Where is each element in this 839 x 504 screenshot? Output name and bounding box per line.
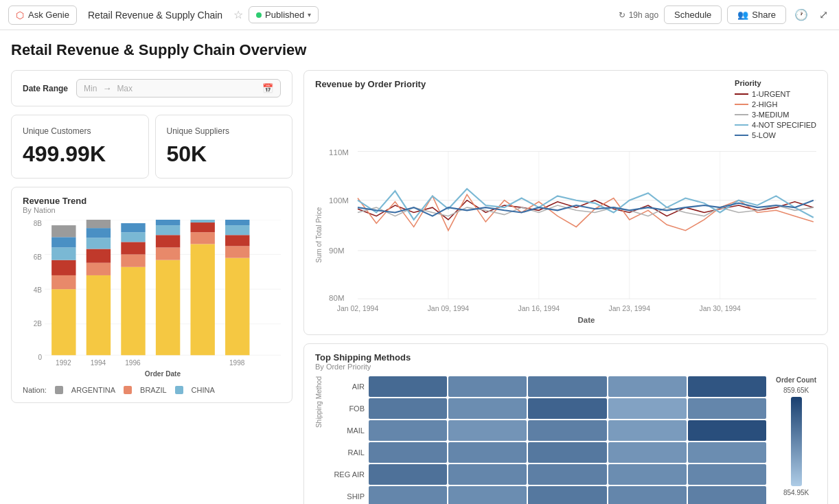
not-specified-label: 4-NOT SPECIFIED [752, 121, 816, 129]
refresh-info[interactable]: ↻ 19h ago [619, 10, 658, 20]
heatmap-cell [528, 420, 606, 441]
heatmap-cell [608, 464, 687, 485]
heatmap-cell [608, 442, 687, 463]
svg-text:Jan 30, 1994: Jan 30, 1994 [699, 305, 741, 312]
heatmap-y-regair: REG AIR [329, 464, 365, 485]
heatmap-cell [688, 420, 766, 441]
svg-rect-17 [121, 267, 145, 355]
svg-rect-32 [225, 246, 249, 257]
published-badge[interactable]: Published ▾ [249, 6, 319, 23]
svg-text:Jan 02, 1994: Jan 02, 1994 [337, 305, 379, 312]
legend-title: Priority [735, 79, 816, 87]
heatmap-cell [369, 486, 447, 504]
svg-rect-6 [51, 275, 76, 289]
left-panel: Date Range Min → Max 📅 Unique Customers … [11, 70, 292, 504]
svg-text:Jan 16, 1994: Jan 16, 1994 [518, 305, 560, 312]
heatmap-y-axis-label: Shipping Method [315, 376, 325, 431]
heatmap-cell [688, 398, 766, 419]
nation-legend: Nation: ARGENTINA BRAZIL CHINA [23, 386, 281, 394]
svg-rect-24 [156, 235, 180, 247]
svg-rect-33 [225, 235, 249, 246]
svg-rect-35 [225, 220, 249, 225]
heatmap-cell [448, 464, 527, 485]
heatmap-cell [608, 398, 687, 419]
bar-chart-area: 1992 1994 1996 1998 Order Date Revenue [45, 220, 281, 382]
heatmap-grid [369, 376, 766, 504]
svg-rect-14 [87, 238, 111, 249]
share-icon: 👥 [737, 10, 748, 20]
status-dot [256, 12, 262, 18]
top-navigation: ⬡ Ask Genie Retail Revenue & Supply Chai… [0, 0, 839, 30]
heatmap-cell [608, 486, 687, 504]
legend-title: Order Count [776, 376, 816, 384]
y-axis-labels: 8B 6B 4B 2B 0 [23, 220, 42, 382]
share-button[interactable]: 👥 Share [727, 5, 786, 24]
svg-text:Jan 23, 1994: Jan 23, 1994 [608, 305, 650, 312]
date-max-text: Max [117, 84, 133, 93]
svg-rect-28 [190, 232, 214, 244]
svg-text:1994: 1994 [91, 359, 106, 367]
history-icon[interactable]: 🕐 [792, 5, 811, 24]
heatmap-cell [448, 420, 527, 441]
medium-line-icon [735, 114, 748, 115]
date-range-input[interactable]: Min → Max 📅 [76, 79, 281, 98]
heatmap-cell [369, 398, 447, 419]
ask-genie-button[interactable]: ⬡ Ask Genie [8, 5, 77, 25]
legend-item-medium: 3-MEDIUM [735, 111, 816, 119]
legend-item-high: 2-HIGH [735, 100, 816, 108]
heatmap-cell [688, 486, 766, 504]
heatmap-cell [528, 464, 606, 485]
svg-rect-7 [51, 260, 76, 275]
schedule-button[interactable]: Schedule [664, 5, 722, 24]
svg-rect-13 [87, 249, 111, 262]
svg-rect-5 [51, 289, 76, 355]
nav-title: Retail Revenue & Supply Chain [88, 10, 222, 21]
revenue-trend-card: Revenue Trend By Nation 8B 6B 4B 2B 0 [11, 187, 292, 403]
svg-rect-26 [156, 220, 180, 225]
heatmap-cell [369, 442, 447, 463]
heatmap-cell [448, 398, 527, 419]
page-title: Retail Revenue & Supply Chain Overview [11, 41, 828, 59]
unique-suppliers-card: Unique Suppliers 50K [155, 115, 293, 179]
date-range-card: Date Range Min → Max 📅 [11, 70, 292, 106]
right-panel: Revenue by Order Priority Priority 1-URG… [303, 70, 828, 504]
legend-min: 854.95K [783, 489, 809, 496]
heatmap-cell [688, 376, 766, 397]
genie-icon: ⬡ [16, 10, 24, 21]
svg-text:100M: 100M [329, 196, 349, 205]
fullscreen-icon[interactable]: ⤢ [816, 5, 831, 24]
svg-rect-27 [190, 244, 214, 355]
heatmap-cell [688, 442, 766, 463]
heatmap-cell [369, 376, 447, 397]
line-chart-container: Sum of Total Price 110M 100M 90M 80M [315, 144, 816, 326]
calendar-icon[interactable]: 📅 [262, 83, 273, 93]
svg-rect-21 [121, 223, 145, 232]
svg-text:Jan 09, 1994: Jan 09, 1994 [428, 305, 470, 312]
brazil-label: BRAZIL [140, 386, 167, 394]
svg-rect-29 [190, 222, 214, 232]
low-label: 5-LOW [752, 131, 776, 139]
svg-text:80M: 80M [329, 294, 344, 302]
argentina-label: ARGENTINA [71, 386, 115, 394]
nation-label: Nation: [23, 386, 47, 394]
not-specified-line-icon [735, 124, 748, 126]
line-chart-title: Revenue by Order Priority [315, 79, 426, 89]
heatmap-grid-area: 1-URGENT 2-HIGH 3-MEDIUM 4-NOT SPECIFIED… [369, 376, 766, 504]
svg-rect-23 [156, 247, 180, 260]
high-line-icon [735, 104, 748, 105]
heatmap-cell [528, 376, 606, 397]
svg-rect-10 [51, 225, 76, 237]
svg-rect-15 [87, 228, 111, 238]
favorite-icon[interactable]: ☆ [233, 8, 243, 21]
date-min-text: Min [84, 84, 97, 93]
svg-text:Date: Date [577, 316, 595, 324]
svg-text:1992: 1992 [56, 359, 71, 367]
date-arrow-icon: → [102, 83, 111, 93]
svg-rect-8 [51, 247, 76, 260]
heatmap-card: Top Shipping Methods By Order Priority S… [303, 343, 828, 504]
date-range-label: Date Range [23, 84, 68, 93]
heatmap-y-air: AIR [329, 376, 365, 397]
refresh-icon: ↻ [619, 10, 625, 20]
svg-rect-11 [87, 275, 111, 355]
heatmap-cell [528, 398, 606, 419]
